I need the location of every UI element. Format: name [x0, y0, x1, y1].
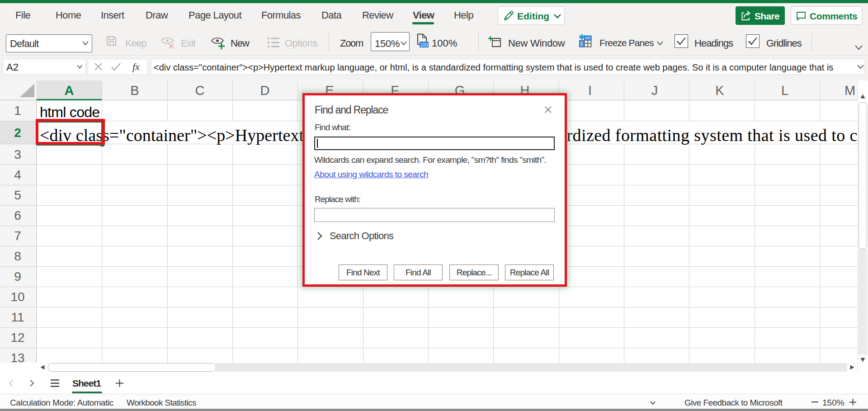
svg-text:100: 100 — [420, 42, 428, 47]
